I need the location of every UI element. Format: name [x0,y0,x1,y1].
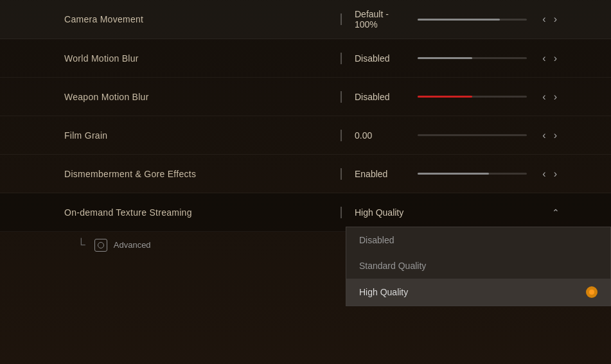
film-grain-label: Film Grain [64,130,341,141]
camera-movement-prev[interactable]: ‹ [540,13,548,26]
world-motion-blur-value: Disabled [355,53,410,64]
world-motion-blur-row: World Motion Blur Disabled ‹ › [0,39,611,78]
world-motion-blur-prev[interactable]: ‹ [540,52,548,65]
weapon-motion-blur-label: Weapon Motion Blur [64,92,341,102]
world-motion-blur-arrows: ‹ › [540,52,560,65]
advanced-label[interactable]: Advanced [114,240,151,250]
advanced-icon [94,239,107,252]
texture-streaming-dropdown-wrapper: High Quality ⌃ Disabled Standard Quality… [355,207,560,218]
world-motion-blur-value-area: Disabled ‹ › [341,52,560,65]
dismemberment-value: Enabled [355,169,410,179]
dropdown-option-high-label: High Quality [359,287,408,297]
weapon-motion-blur-prev[interactable]: ‹ [540,91,548,103]
texture-streaming-dropdown-menu: Disabled Standard Quality High Quality [346,227,611,306]
dismemberment-next[interactable]: › [551,168,560,180]
film-grain-value-area: 0.00 ‹ › [341,129,560,142]
divider [341,207,342,218]
divider [341,168,342,180]
camera-movement-value-area: Default - 100% ‹ › [341,9,560,30]
texture-streaming-label: On-demand Texture Streaming [64,207,341,218]
camera-movement-label: Camera Movement [64,14,341,24]
dropdown-option-high[interactable]: High Quality [346,279,610,306]
dismemberment-fill [418,173,489,175]
film-grain-prev[interactable]: ‹ [540,129,548,142]
corner-bracket-icon: └ [77,238,85,252]
texture-streaming-dropdown-header[interactable]: High Quality ⌃ [355,207,560,218]
film-grain-next[interactable]: › [551,129,560,142]
camera-movement-value: Default - 100% [355,9,410,30]
weapon-motion-blur-fill [418,96,472,98]
world-motion-blur-fill [418,57,472,59]
dropdown-option-disabled-label: Disabled [359,235,394,245]
camera-movement-slider-fill [418,19,500,21]
divider [341,13,342,25]
world-motion-blur-next[interactable]: › [551,52,560,65]
camera-movement-row: Camera Movement Default - 100% ‹ › [0,0,611,39]
texture-streaming-value-area: High Quality ⌃ Disabled Standard Quality… [341,207,560,218]
dropdown-option-standard-label: Standard Quality [359,261,426,271]
weapon-motion-blur-next[interactable]: › [551,91,560,103]
camera-movement-arrows: ‹ › [540,13,560,26]
radio-selected-indicator [586,286,598,298]
dismemberment-row: Dismemberment & Gore Effects Enabled ‹ › [0,155,611,193]
camera-movement-slider[interactable] [418,19,527,21]
weapon-motion-blur-row: Weapon Motion Blur Disabled ‹ › [0,78,611,116]
film-grain-row: Film Grain 0.00 ‹ › [0,116,611,155]
dropdown-option-disabled[interactable]: Disabled [346,227,610,253]
divider [341,53,342,64]
dismemberment-slider[interactable] [418,173,527,175]
dismemberment-value-area: Enabled ‹ › [341,168,560,180]
camera-movement-next[interactable]: › [551,13,560,26]
film-grain-arrows: ‹ › [540,129,560,142]
divider [341,91,342,103]
texture-streaming-current-value: High Quality [355,207,547,218]
advanced-icon-inner [98,242,104,248]
weapon-motion-blur-value: Disabled [355,92,410,102]
weapon-motion-blur-value-area: Disabled ‹ › [341,91,560,103]
world-motion-blur-slider[interactable] [418,57,527,59]
film-grain-slider[interactable] [418,134,527,136]
divider [341,130,342,141]
world-motion-blur-label: World Motion Blur [64,53,341,64]
settings-panel: Camera Movement Default - 100% ‹ › World… [0,0,611,258]
weapon-motion-blur-arrows: ‹ › [540,91,560,103]
dismemberment-arrows: ‹ › [540,168,560,180]
film-grain-value: 0.00 [355,130,410,141]
dropdown-option-standard[interactable]: Standard Quality [346,253,610,279]
dismemberment-label: Dismemberment & Gore Effects [64,169,341,179]
radio-dot-inner [589,290,594,295]
chevron-up-icon: ⌃ [552,207,560,218]
weapon-motion-blur-slider[interactable] [418,96,527,98]
dismemberment-prev[interactable]: ‹ [540,168,548,180]
texture-streaming-row: On-demand Texture Streaming High Quality… [0,193,611,232]
